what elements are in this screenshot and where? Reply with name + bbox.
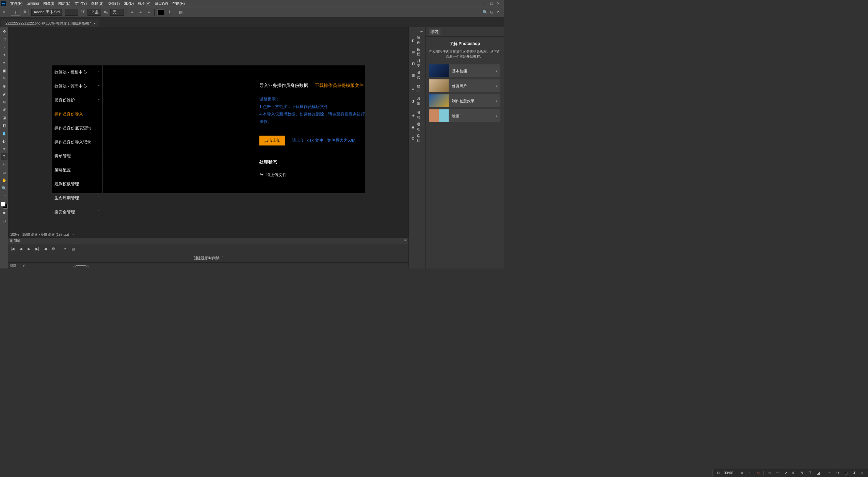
menu-filter[interactable]: 滤镜(T) [106,1,122,6]
character-panel-icon[interactable]: ▤ [178,10,183,15]
sidebar-item[interactable]: 生命周期管理˅ [52,191,102,205]
sidebar-item[interactable]: 操作员身份导入记录 [52,135,102,149]
type-tool-icon[interactable]: T [1,153,7,160]
tutorial-painting[interactable]: 绘画 › [429,109,500,122]
panel-adjustments[interactable]: ◑调整 [409,95,425,107]
warp-text-icon[interactable]: ⌇ [167,10,172,15]
panel-layers[interactable]: ◈图层 [409,109,425,121]
menu-help[interactable]: 帮助(H) [170,1,187,6]
quickmask-icon[interactable]: ◙ [1,210,7,216]
audio-icon[interactable]: ◀ [43,247,48,251]
close-tab-icon[interactable]: × [94,22,96,26]
tutorial-basic-skills[interactable]: 基本技能 › [429,64,500,77]
menu-select[interactable]: 选择(S) [89,1,106,6]
sidebar-item[interactable]: 员身份维护˄ [52,93,102,107]
sidebar-item[interactable]: 青单管理˅ [52,149,102,163]
font-size-field[interactable]: 12 点 [87,9,101,16]
window-close-icon[interactable]: ✕ [497,1,500,6]
document-canvas[interactable]: 效算法 - 模板中心˅ 效算法 - 管理中心˄ 员身份维护˄ 操作员身份导入 操… [52,65,365,193]
next-frame-icon[interactable]: ▶| [35,247,39,251]
zoom-slider-icon[interactable]: △━━━━━△ [73,264,89,267]
font-style-field[interactable] [65,9,78,16]
antialias-field[interactable]: 无 [110,9,124,16]
panel-properties[interactable]: ≡属性 [409,83,425,95]
align-left-icon[interactable]: ≡ [130,10,135,15]
healing-tool-icon[interactable]: ⊕ [1,83,7,90]
panel-swatches[interactable]: ⊞色板 [409,46,425,58]
menu-layer[interactable]: 图层(L) [56,1,72,6]
panel-paths[interactable]: ⌬路径 [409,133,425,144]
align-center-icon[interactable]: ≡ [138,10,143,15]
search-icon[interactable]: 🔍 [483,10,487,14]
panel-channels[interactable]: ◉通道 [409,121,425,133]
shape-tool-icon[interactable]: ▭ [1,169,7,176]
menu-file[interactable]: 文件(F) [8,1,25,6]
menu-3d[interactable]: 3D(D) [122,1,136,5]
screenmode-icon[interactable]: ⊡ [1,217,7,224]
text-color-swatch[interactable] [157,10,164,15]
panel-color[interactable]: ◐颜色 [409,34,425,46]
eraser-tool-icon[interactable]: ◪ [1,114,7,121]
document-tab[interactable]: 222222222222222.png @ 100% (曝光度 1, 图层蒙版/… [1,19,99,27]
panel-patterns[interactable]: ▦图案 [409,69,425,81]
first-frame-icon[interactable]: |◀ [10,247,15,251]
blur-tool-icon[interactable]: 💧 [1,130,7,137]
sidebar-item[interactable]: 效算法 - 模板中心˅ [52,65,102,79]
play-icon[interactable]: ▶ [27,247,31,251]
path-tool-icon[interactable]: ↖ [1,161,7,168]
edit-toolbar-icon[interactable]: ⋯ [1,193,7,199]
panel-toggle-icon[interactable]: ⇤ [409,29,425,34]
sidebar-item[interactable]: 操作员身份底表查询 [52,121,102,135]
sidebar-item-active[interactable]: 操作员身份导入 [52,107,102,121]
lasso-tool-icon[interactable]: ⟉ [1,44,7,50]
create-timeline-button[interactable]: 创建视频时间轴 [193,256,220,261]
marquee-tool-icon[interactable]: ⬚ [1,36,7,43]
gradient-tool-icon[interactable]: ◧ [1,122,7,129]
align-right-icon[interactable]: ≡ [146,10,151,15]
dodge-tool-icon[interactable]: ◐ [1,138,7,144]
tutorial-creative[interactable]: 制作创意效果 › [429,94,500,107]
menu-window[interactable]: 窗口(W) [152,1,170,6]
learn-tab[interactable]: 学习 [425,27,504,37]
brush-tool-icon[interactable]: 🖌 [1,91,7,97]
menu-image[interactable]: 图像(I) [41,1,56,6]
stamp-tool-icon[interactable]: ⊛ [1,98,7,105]
sidebar-item[interactable]: 策略配置˅ [52,163,102,177]
workspace-icon[interactable]: ↗ [496,10,499,14]
frame-tool-icon[interactable]: ▣ [1,67,7,74]
sidebar-item[interactable]: 规则模板管理˅ [52,177,102,191]
sidebar-item[interactable]: 据安全管理˅ [52,205,102,219]
convert-icon[interactable]: ⇄ [23,264,26,267]
crop-tool-icon[interactable]: ✂ [1,59,7,66]
font-family-field[interactable]: Adobe 黑体 Std [31,9,62,16]
color-swatches[interactable] [1,202,7,209]
panel-menu-icon[interactable]: ≡ [404,238,406,243]
prev-frame-icon[interactable]: ◀ [18,247,23,251]
panel-gradients[interactable]: ◧渐变 [409,58,425,69]
tutorial-retouch[interactable]: 修复照片 › [429,79,500,92]
document-dimensions[interactable]: 1590 像素 x 648 像素 (192 ppi) [22,232,69,237]
history-brush-tool-icon[interactable]: ↺ [1,106,7,113]
transition-icon[interactable]: ▧ [71,247,76,251]
eyedropper-tool-icon[interactable]: ✎ [1,75,7,82]
zoom-level[interactable]: 100% [10,233,19,236]
chevron-down-icon[interactable]: ˅ [222,256,224,260]
zoom-tool-icon[interactable]: 🔍 [1,185,7,191]
window-maximize-icon[interactable]: ☐ [490,1,493,6]
move-tool-icon[interactable]: ✥ [1,28,7,35]
settings-icon[interactable]: ⚙ [51,247,56,251]
window-minimize-icon[interactable]: — [483,1,486,6]
hand-tool-icon[interactable]: ✋ [1,177,7,184]
split-icon[interactable]: ✂ [63,247,67,251]
chevron-right-icon[interactable]: › [73,233,74,236]
pen-tool-icon[interactable]: ✒ [1,145,7,152]
menu-type[interactable]: 文字(Y) [73,1,89,6]
fg-color-swatch[interactable] [1,202,5,206]
orientation-toggle-icon[interactable]: ⇅ [23,10,29,15]
upload-button[interactable]: 点击上传 [259,136,285,145]
share-icon[interactable]: ⊡ [490,10,493,14]
menu-view[interactable]: 视图(V) [136,1,152,6]
tool-preset[interactable]: T [11,9,20,16]
wand-tool-icon[interactable]: ✦ [1,51,7,58]
home-icon[interactable]: ⌂ [3,10,8,15]
